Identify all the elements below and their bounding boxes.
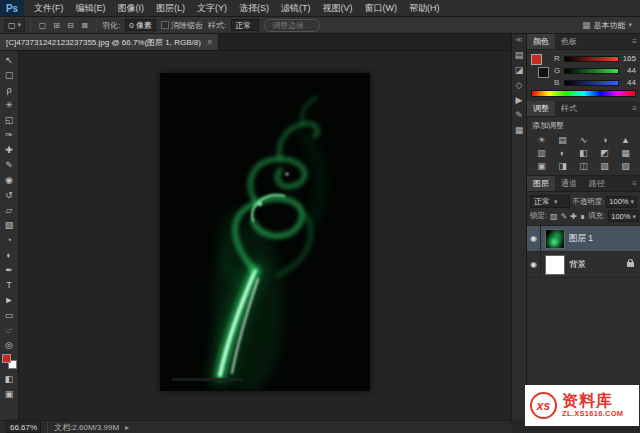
background-color-swatch[interactable] [538,67,549,78]
panel-menu-icon[interactable]: ≡ [629,176,640,191]
eraser-tool[interactable]: ▱ [1,202,18,217]
info-panel-icon[interactable]: ◇ [512,78,526,91]
marquee-tool[interactable]: ▢ [1,67,18,82]
history-brush-tool[interactable]: ↺ [1,187,18,202]
adjustment-icon[interactable]: ▤ [552,133,573,146]
layer-name[interactable]: 背景 [569,259,623,271]
color-swatches[interactable] [2,354,17,369]
adjustment-icon[interactable]: ☀ [531,133,552,146]
tab-layers[interactable]: 图层 [527,176,555,191]
color-spectrum-ramp[interactable] [531,90,636,97]
move-tool[interactable]: ↖ [1,52,18,67]
refine-edge-button[interactable]: 调整边缘… [264,19,320,32]
hand-tool[interactable]: ☞ [1,322,18,337]
screen-mode-button[interactable]: ▣ [1,386,18,401]
clone-stamp-tool[interactable]: ◉ [1,172,18,187]
brush-tool[interactable]: ✎ [1,157,18,172]
antialias-checkbox[interactable]: 消除锯齿 [161,20,203,31]
quick-mask-button[interactable]: ◧ [1,371,18,386]
tab-swatches[interactable]: 色板 [555,34,583,49]
style-select[interactable]: 正常 [231,19,259,31]
adjustment-icon[interactable]: ◩ [594,146,615,159]
panel-menu-icon[interactable]: ≡ [629,101,640,116]
properties-panel-icon[interactable]: ◪ [512,63,526,76]
blend-mode-select[interactable]: 正常 ▾ [530,195,570,208]
path-selection-tool[interactable]: ► [1,292,18,307]
pen-tool[interactable]: ✒ [1,262,18,277]
tab-styles[interactable]: 样式 [555,101,583,116]
layer-row-layer1[interactable]: ◉ 图层 1 [527,226,640,252]
layer-visibility-toggle[interactable]: ◉ [527,226,541,251]
lock-transparent-pixels-icon[interactable]: ▨ [550,212,558,221]
shape-tool[interactable]: ▭ [1,307,18,322]
opacity-input[interactable]: 100% ▾ [606,196,637,208]
expand-panels-icon[interactable]: ≪ [515,36,522,44]
tab-color[interactable]: 颜色 [527,34,555,49]
adjustment-icon[interactable]: ◑ [594,133,615,146]
layer-name[interactable]: 图层 1 [569,233,636,245]
adjustment-icon[interactable]: ▧ [594,159,615,172]
intersect-selection-icon[interactable]: ⊠ [78,19,91,32]
panel-color-swatches[interactable] [531,54,549,78]
adjustment-icon[interactable]: ▣ [531,159,552,172]
menu-item[interactable]: 图层(L) [150,0,191,16]
foreground-color-swatch[interactable] [2,354,11,363]
layer-visibility-toggle[interactable]: ◉ [527,252,541,277]
lasso-tool[interactable]: ρ [1,82,18,97]
tool-preset-picker[interactable]: ▢ ▾ [4,19,25,32]
zoom-tool[interactable]: ◎ [1,337,18,352]
layer-row-background[interactable]: ◉ 背景 [527,252,640,278]
menu-item[interactable]: 窗口(W) [359,0,404,16]
type-tool[interactable]: T [1,277,18,292]
fill-input[interactable]: 100% ▾ [608,210,639,222]
lock-all-icon[interactable]: ∎ [580,212,585,221]
layer-thumbnail[interactable] [545,255,565,275]
healing-brush-tool[interactable]: ✚ [1,142,18,157]
lock-position-icon[interactable]: ✚ [570,212,577,221]
foreground-color-swatch[interactable] [531,54,542,65]
menu-item[interactable]: 文字(Y) [191,0,233,16]
adjustment-icon[interactable]: ◫ [573,159,594,172]
red-value[interactable]: 165 [622,54,636,63]
menu-item[interactable]: 视图(V) [317,0,359,16]
blue-value[interactable]: 44 [622,78,636,87]
tab-paths[interactable]: 路径 [583,176,611,191]
menu-item[interactable]: 文件(F) [28,0,70,16]
tab-channels[interactable]: 通道 [555,176,583,191]
adjustment-icon[interactable]: ▨ [615,159,636,172]
blue-slider[interactable] [564,80,619,86]
crop-tool[interactable]: ◱ [1,112,18,127]
new-selection-icon[interactable]: ▢ [36,19,49,32]
menu-item[interactable]: 图像(I) [112,0,151,16]
dodge-tool[interactable]: ◐ [1,247,18,262]
quick-selection-tool[interactable]: ✳ [1,97,18,112]
layer-thumbnail[interactable] [545,229,565,249]
menu-item[interactable]: 滤镜(T) [275,0,317,16]
adjustment-icon[interactable]: ▲ [615,133,636,146]
blur-tool[interactable]: ◔ [1,232,18,247]
tab-adjustments[interactable]: 调整 [527,101,555,116]
document-tab[interactable]: [C]473731242123237355.jpg @ 66.7%(图层 1, … [0,34,219,50]
lock-image-pixels-icon[interactable]: ✎ [561,212,568,221]
history-panel-icon[interactable]: ▤ [512,48,526,61]
eyedropper-tool[interactable]: ✑ [1,127,18,142]
adjustment-icon[interactable]: ∿ [573,133,594,146]
adjustment-icon[interactable]: ◨ [552,159,573,172]
subtract-from-selection-icon[interactable]: ⊟ [64,19,77,32]
adjustment-icon[interactable]: ◧ [573,146,594,159]
document-canvas[interactable] [160,73,370,391]
adjustment-icon[interactable]: ◐ [552,146,573,159]
status-options-icon[interactable]: ▸ [125,423,129,432]
green-value[interactable]: 44 [622,66,636,75]
menu-item[interactable]: 帮助(H) [403,0,446,16]
feather-input[interactable]: 0 像素 [125,19,156,31]
panel-menu-icon[interactable]: ≡ [629,34,640,49]
brush-panel-icon[interactable]: ✎ [512,108,526,121]
menu-item[interactable]: 编辑(E) [70,0,112,16]
add-to-selection-icon[interactable]: ⊞ [50,19,63,32]
gradient-tool[interactable]: ▧ [1,217,18,232]
close-tab-icon[interactable]: × [207,37,212,47]
zoom-level-input[interactable]: 66.67% [6,422,41,433]
workspace-switcher[interactable]: ▦ 基本功能 ▾ [582,20,636,31]
adjustment-icon[interactable]: ▦ [615,146,636,159]
